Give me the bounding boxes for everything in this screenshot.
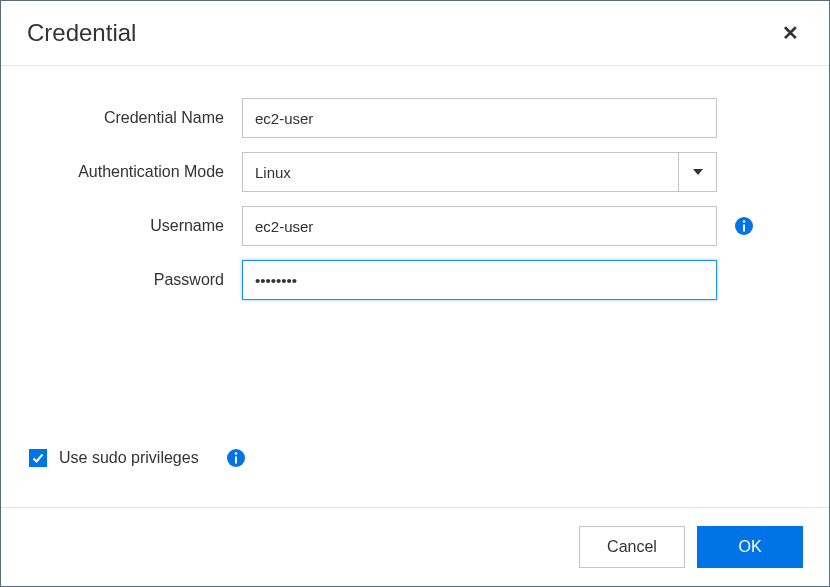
cancel-button-label: Cancel <box>607 538 657 556</box>
credential-name-label: Credential Name <box>27 109 242 127</box>
sudo-row: Use sudo privileges <box>27 449 803 487</box>
authentication-mode-value: Linux <box>243 153 678 191</box>
svg-point-6 <box>234 452 237 455</box>
ok-button-label: OK <box>738 538 761 556</box>
password-input[interactable] <box>242 260 717 300</box>
sudo-info-icon[interactable] <box>227 449 245 467</box>
username-row: Username <box>27 206 803 246</box>
authentication-mode-label: Authentication Mode <box>27 163 242 181</box>
svg-rect-5 <box>235 457 237 464</box>
credential-name-input[interactable] <box>242 98 717 138</box>
password-control <box>242 260 717 300</box>
password-label: Password <box>27 271 242 289</box>
svg-rect-2 <box>743 225 745 232</box>
username-input[interactable] <box>242 206 717 246</box>
svg-marker-0 <box>693 169 703 175</box>
password-row: Password <box>27 260 803 300</box>
credential-name-control <box>242 98 717 138</box>
svg-point-3 <box>743 220 746 223</box>
ok-button[interactable]: OK <box>697 526 803 568</box>
dialog-title: Credential <box>27 19 136 47</box>
dialog-header: Credential ✕ <box>1 1 829 66</box>
username-info-icon[interactable] <box>735 217 753 235</box>
authentication-mode-control: Linux <box>242 152 717 192</box>
authentication-mode-select[interactable]: Linux <box>242 152 717 192</box>
sudo-checkbox[interactable] <box>29 449 47 467</box>
chevron-down-icon <box>678 153 716 191</box>
credential-dialog: Credential ✕ Credential Name Authenticat… <box>0 0 830 587</box>
dialog-body: Credential Name Authentication Mode Linu… <box>1 66 829 507</box>
close-icon: ✕ <box>782 22 799 44</box>
credential-name-row: Credential Name <box>27 98 803 138</box>
dialog-footer: Cancel OK <box>1 507 829 586</box>
sudo-label: Use sudo privileges <box>59 449 199 467</box>
username-control <box>242 206 717 246</box>
close-button[interactable]: ✕ <box>778 21 803 45</box>
authentication-mode-row: Authentication Mode Linux <box>27 152 803 192</box>
cancel-button[interactable]: Cancel <box>579 526 685 568</box>
username-label: Username <box>27 217 242 235</box>
